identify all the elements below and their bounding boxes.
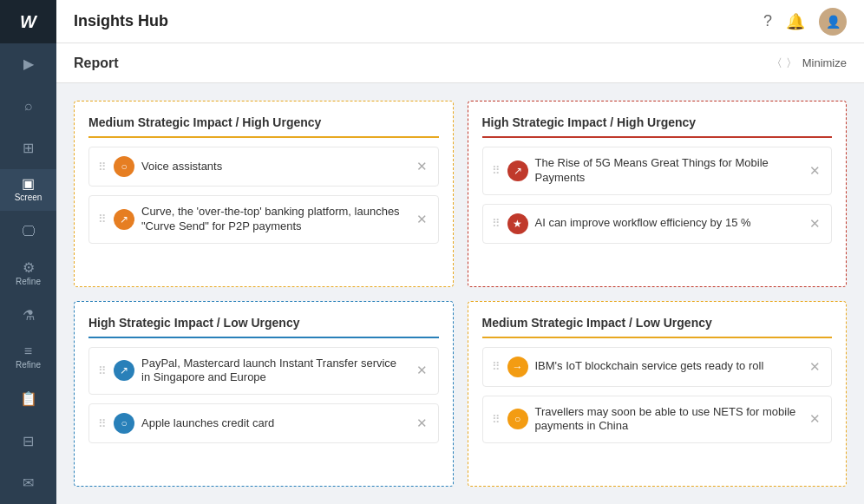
list-item[interactable]: ⠿ ○ Voice assistants ✕ bbox=[88, 147, 439, 187]
item-icon: ↗ bbox=[507, 160, 528, 181]
topbar-icons: ? 🔔 👤 bbox=[763, 8, 847, 36]
list-item[interactable]: ⠿ ○ Apple launches credit card ✕ bbox=[88, 403, 439, 443]
close-button[interactable]: ✕ bbox=[808, 163, 822, 179]
drag-handle-icon: ⠿ bbox=[98, 213, 107, 226]
sidebar-item-play[interactable]: ▶ bbox=[0, 43, 56, 85]
quadrant-high-low: High Strategic Impact / Low Urgency ⠿ ↗ … bbox=[74, 301, 454, 488]
minimize-label: Minimize bbox=[802, 56, 847, 69]
search-icon: ⌕ bbox=[24, 99, 33, 113]
sidebar-item-search[interactable]: ⌕ bbox=[0, 85, 56, 127]
list-item[interactable]: ⠿ ↗ Curve, the 'over-the-top' banking pl… bbox=[88, 195, 439, 244]
drag-handle-icon: ⠿ bbox=[98, 160, 107, 173]
sidebar-item-dashboard[interactable]: ⊞ bbox=[0, 128, 56, 169]
topbar: Insights Hub ? 🔔 👤 bbox=[56, 0, 864, 43]
sidebar-item-filter[interactable]: ⚗ bbox=[0, 295, 56, 337]
item-text: Voice assistants bbox=[141, 160, 408, 174]
monitor-icon: 🖵 bbox=[22, 225, 36, 239]
notifications-icon[interactable]: 🔔 bbox=[786, 12, 805, 31]
item-text: Apple launches credit card bbox=[141, 416, 408, 431]
refine1-icon: ⚙ bbox=[23, 261, 35, 275]
play-icon: ▶ bbox=[23, 57, 34, 71]
sidebar-item-monitor[interactable]: 🖵 bbox=[0, 211, 56, 252]
item-icon: ↗ bbox=[114, 209, 134, 230]
item-text: Curve, the 'over-the-top' banking platfo… bbox=[141, 205, 408, 234]
doc-icon: 📋 bbox=[20, 392, 37, 406]
quadrant-medium-low: Medium Strategic Impact / Low Urgency ⠿ … bbox=[468, 301, 848, 488]
close-button[interactable]: ✕ bbox=[415, 363, 429, 378]
close-button[interactable]: ✕ bbox=[415, 212, 429, 227]
drag-handle-icon: ⠿ bbox=[492, 164, 501, 177]
main-content: Insights Hub ? 🔔 👤 Report 〈 〉 Minimize M… bbox=[56, 0, 864, 504]
quadrant-high-low-title: High Strategic Impact / Low Urgency bbox=[88, 316, 439, 338]
item-icon: ★ bbox=[507, 213, 528, 234]
layers-icon: ⊟ bbox=[23, 435, 34, 448]
mail-icon: ✉ bbox=[23, 476, 34, 490]
report-title: Report bbox=[74, 56, 119, 71]
sidebar-item-screen-label: Screen bbox=[15, 193, 43, 202]
drag-handle-icon: ⠿ bbox=[492, 360, 501, 373]
sidebar-item-layers[interactable]: ⊟ bbox=[0, 420, 56, 461]
item-text: The Rise of 5G Means Great Things for Mo… bbox=[535, 156, 802, 186]
item-icon: ○ bbox=[114, 413, 134, 434]
close-button[interactable]: ✕ bbox=[808, 411, 822, 427]
user-avatar[interactable]: 👤 bbox=[819, 8, 847, 36]
list-item[interactable]: ⠿ ★ AI can improve workflow efficiency b… bbox=[482, 204, 833, 244]
close-button[interactable]: ✕ bbox=[808, 216, 822, 232]
item-icon: → bbox=[507, 357, 528, 377]
help-icon[interactable]: ? bbox=[763, 12, 772, 30]
sidebar-item-doc[interactable]: 📋 bbox=[0, 378, 56, 420]
screen-icon: ▣ bbox=[22, 177, 35, 191]
sidebar-item-refine2[interactable]: ≡ Refine bbox=[0, 337, 56, 378]
item-text: IBM's IoT blockchain service gets ready … bbox=[535, 359, 802, 374]
item-text: AI can improve workflow efficiency by 15… bbox=[535, 216, 802, 231]
list-item[interactable]: ⠿ ○ Travellers may soon be able to use N… bbox=[482, 396, 833, 444]
quadrant-high-high-title: High Strategic Impact / High Urgency bbox=[482, 115, 833, 138]
dashboard-icon: ⊞ bbox=[23, 141, 34, 155]
chevron-icon: 〈 〉 bbox=[771, 56, 797, 71]
quadrant-medium-high-title: Medium Strategic Impact / High Urgency bbox=[88, 115, 439, 138]
drag-handle-icon: ⠿ bbox=[492, 413, 501, 426]
list-item[interactable]: ⠿ ↗ PayPal, Mastercard launch Instant Tr… bbox=[88, 347, 439, 396]
filter-icon: ⚗ bbox=[23, 309, 35, 323]
quadrants-grid: Medium Strategic Impact / High Urgency ⠿… bbox=[56, 83, 864, 504]
minimize-button[interactable]: 〈 〉 Minimize bbox=[771, 56, 847, 71]
close-button[interactable]: ✕ bbox=[415, 416, 429, 431]
quadrant-high-high: High Strategic Impact / High Urgency ⠿ ↗… bbox=[468, 101, 848, 287]
item-icon: ↗ bbox=[114, 360, 134, 381]
item-icon: ○ bbox=[114, 156, 134, 177]
list-icon: ≡ bbox=[24, 344, 32, 358]
drag-handle-icon: ⠿ bbox=[98, 364, 107, 377]
list-item[interactable]: ⠿ → IBM's IoT blockchain service gets re… bbox=[482, 347, 833, 387]
close-button[interactable]: ✕ bbox=[808, 359, 822, 375]
app-title: Insights Hub bbox=[74, 12, 763, 30]
close-button[interactable]: ✕ bbox=[415, 159, 429, 174]
logo[interactable]: W bbox=[0, 0, 56, 43]
sidebar-item-screen[interactable]: ▣ Screen bbox=[0, 169, 56, 211]
sidebar-item-mail[interactable]: ✉ bbox=[0, 462, 56, 504]
report-bar: Report 〈 〉 Minimize bbox=[56, 43, 864, 83]
item-text: Travellers may soon be able to use NETS … bbox=[535, 405, 802, 435]
sidebar: W ▶ ⌕ ⊞ ▣ Screen 🖵 ⚙ Refine ⚗ ≡ Refine 📋… bbox=[0, 0, 56, 504]
quadrant-medium-low-title: Medium Strategic Impact / Low Urgency bbox=[482, 316, 833, 338]
drag-handle-icon: ⠿ bbox=[492, 217, 501, 230]
drag-handle-icon: ⠿ bbox=[98, 417, 107, 430]
sidebar-item-refine1-label: Refine bbox=[16, 277, 41, 286]
sidebar-item-refine2-label: Refine bbox=[16, 360, 41, 370]
sidebar-item-refine1[interactable]: ⚙ Refine bbox=[0, 252, 56, 294]
list-item[interactable]: ⠿ ↗ The Rise of 5G Means Great Things fo… bbox=[482, 147, 833, 195]
item-icon: ○ bbox=[507, 409, 528, 429]
quadrant-medium-high: Medium Strategic Impact / High Urgency ⠿… bbox=[74, 101, 454, 287]
item-text: PayPal, Mastercard launch Instant Transf… bbox=[141, 357, 408, 386]
